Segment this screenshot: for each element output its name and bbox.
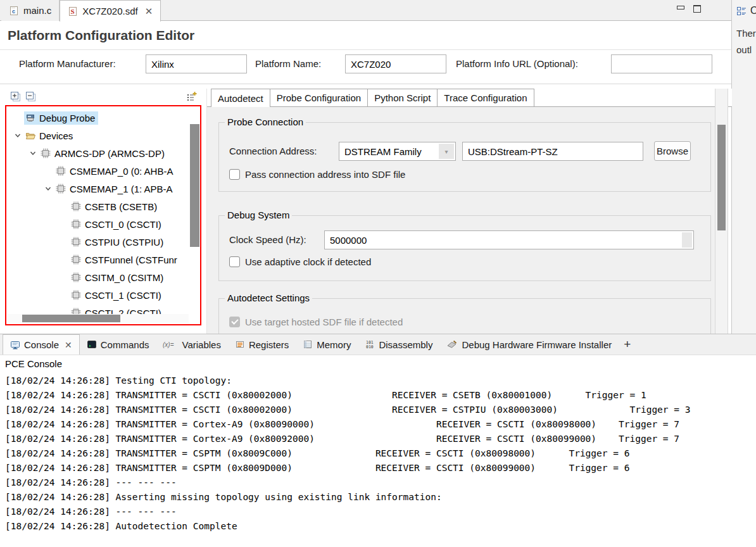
editor-tab-label: XC7Z020.sdf xyxy=(82,6,138,16)
tree-item-label: Debug Probe xyxy=(39,113,95,123)
target-hosted-sdf-checkbox-label[interactable]: Use target hosted SDF file if detected xyxy=(245,317,403,327)
outline-icon xyxy=(736,6,747,16)
view-tab-console[interactable]: Console✕ xyxy=(3,334,80,355)
tree-item-cscti-1-cscti[interactable]: CSCTI_1 (CSCTI) xyxy=(6,286,201,304)
adaptive-clock-checkbox-label[interactable]: Use adaptive clock if detected xyxy=(245,256,371,267)
chip-icon xyxy=(71,219,81,229)
clock-speed-input[interactable]: 5000000 xyxy=(324,230,694,249)
config-tab-probe-configuration[interactable]: Probe Configuration xyxy=(270,89,368,107)
chip-icon xyxy=(71,290,81,300)
config-tab-label: Trace Configuration xyxy=(444,92,527,103)
tree-item-armcs-dp-armcs-dp[interactable]: ARMCS-DP (ARMCS-DP) xyxy=(6,144,201,162)
config-vertical-scrollbar[interactable] xyxy=(717,125,726,230)
browse-button[interactable]: Browse xyxy=(654,141,691,161)
add-item-icon[interactable] xyxy=(186,91,198,103)
terminal-icon xyxy=(87,339,97,349)
tree-item-label: Devices xyxy=(39,130,73,141)
adaptive-clock-checkbox[interactable] xyxy=(229,256,240,267)
autodetect-tab-content: Probe Connection Connection Address: DST… xyxy=(207,107,715,334)
console-line: [18/02/24 14:26:28] Autodetection Comple… xyxy=(5,519,756,534)
outline-title: O xyxy=(750,5,756,16)
platform-manufacturer-input[interactable] xyxy=(146,54,247,73)
disassembly-icon: 101010 xyxy=(365,339,375,349)
collapse-all-icon[interactable] xyxy=(25,91,37,103)
view-tab-debug-hardware-firmware-installer[interactable]: Debug Hardware Firmware Installer xyxy=(439,334,619,355)
tree-item-csitm-0-csitm[interactable]: CSITM_0 (CSITM) xyxy=(6,268,201,286)
tree-horizontal-scrollbar[interactable] xyxy=(22,315,120,322)
chevron-down-icon xyxy=(682,232,692,248)
view-tab-label: Memory xyxy=(317,339,351,350)
svg-text:S: S xyxy=(71,8,75,15)
target-hosted-sdf-checkbox[interactable] xyxy=(229,317,240,327)
view-tab-memory[interactable]: Memory xyxy=(296,334,358,355)
console-view-title: PCE Console xyxy=(5,358,62,369)
config-tab-trace-configuration[interactable]: Trace Configuration xyxy=(438,89,534,107)
tree-item-csmemap-1-1-apb-a[interactable]: CSMEMAP_1 (1: APB-A xyxy=(6,180,201,198)
probe-connection-legend: Probe Connection xyxy=(225,116,306,127)
platform-manufacturer-label: Platform Manufacturer: xyxy=(19,54,116,73)
new-console-button[interactable]: + xyxy=(619,334,636,355)
editor-tab-xc7z020-sdf[interactable]: SXC7Z020.sdf✕ xyxy=(60,0,161,22)
connection-family-dropdown[interactable]: DSTREAM Family ▾ xyxy=(339,142,456,161)
tree-item-debug-probe[interactable]: Debug Probe xyxy=(6,109,201,127)
console-line: [18/02/24 14:26:28] --- --- --- xyxy=(5,505,756,519)
tree-item-cscti-0-cscti[interactable]: CSCTI_0 (CSCTI) xyxy=(6,215,201,233)
editor-tab-bar: cmain.cSXC7Z020.sdf✕ xyxy=(0,0,731,21)
view-tab-label: Disassembly xyxy=(379,339,432,350)
console-line: [18/02/24 14:26:28] --- --- --- xyxy=(5,475,756,490)
tree-item-cstpiu-cstpiu[interactable]: CSTPIU (CSTPIU) xyxy=(6,233,201,251)
close-icon[interactable]: ✕ xyxy=(65,340,72,350)
minimize-icon[interactable] xyxy=(677,5,684,9)
close-icon[interactable]: ✕ xyxy=(145,6,153,17)
svg-text:(x)=: (x)= xyxy=(163,341,174,348)
tree-item-label: CSMEMAP_0 (0: AHB-A xyxy=(70,166,173,177)
tree-vertical-scrollbar[interactable] xyxy=(190,124,199,247)
clock-speed-label: Clock Speed (Hz): xyxy=(229,230,306,249)
clock-speed-value: 5000000 xyxy=(325,235,681,246)
page-title: Platform Configuration Editor xyxy=(8,28,194,43)
debug-system-group: Debug System Clock Speed (Hz): 5000000 U… xyxy=(218,215,711,281)
editor-tab-main-c[interactable]: cmain.c xyxy=(1,0,60,21)
chevron-down-icon[interactable] xyxy=(11,132,24,139)
pass-address-checkbox[interactable] xyxy=(229,169,240,180)
console-line: [18/02/24 14:26:28] TRANSMITTER = CSCTI … xyxy=(5,388,756,403)
connection-address-input[interactable] xyxy=(462,142,643,161)
svg-text:c: c xyxy=(12,8,15,15)
sdf-file-icon: S xyxy=(68,6,78,16)
view-tab-commands[interactable]: Commands xyxy=(80,334,156,355)
autodetect-settings-legend: Autodetect Settings xyxy=(225,292,312,303)
view-tab-label: Variables xyxy=(182,339,220,350)
console-output: [18/02/24 14:26:28] Testing CTI topology… xyxy=(5,374,756,534)
chip-icon xyxy=(71,201,81,211)
view-tab-disassembly[interactable]: 101010Disassembly xyxy=(358,334,439,355)
view-tab-registers[interactable]: Registers xyxy=(228,334,296,355)
config-tab-autodetect[interactable]: Autodetect xyxy=(211,89,270,108)
view-tab-label: Registers xyxy=(249,339,289,350)
editor-tab-label: main.c xyxy=(23,5,51,16)
view-tab-variables[interactable]: (x)=Variables xyxy=(156,334,227,355)
config-tab-python-script[interactable]: Python Script xyxy=(368,89,438,107)
tree-item-csmemap-0-0-ahb-a[interactable]: CSMEMAP_0 (0: AHB-A xyxy=(6,162,201,180)
chevron-down-icon[interactable] xyxy=(42,185,54,192)
pass-address-checkbox-label[interactable]: Pass connection address into SDF file xyxy=(245,169,405,180)
console-line: [18/02/24 14:26:28] Asserting missing to… xyxy=(5,490,756,505)
chip-icon xyxy=(71,272,81,282)
tree-item-label: CSCTI_1 (CSCTI) xyxy=(85,290,161,301)
config-vertical-scrollbar-track xyxy=(715,89,728,334)
maximize-icon[interactable] xyxy=(693,5,701,13)
autodetect-settings-group: Autodetect Settings Use target hosted SD… xyxy=(218,298,711,334)
tree-item-csetb-csetb[interactable]: CSETB (CSETB) xyxy=(6,198,201,215)
probe-icon xyxy=(25,113,35,123)
view-tab-label: Console xyxy=(24,339,59,350)
platform-info-url-input[interactable] xyxy=(611,54,712,73)
tree-item-label: CSITM_0 (CSITM) xyxy=(85,272,163,283)
expand-all-icon[interactable] xyxy=(10,91,22,103)
chevron-down-icon[interactable] xyxy=(27,149,39,157)
platform-name-input[interactable] xyxy=(345,54,446,73)
tree-item-cstfunnel-cstfunr[interactable]: CSTFunnel (CSTFunr xyxy=(6,251,201,268)
tree-item-label: CSCTI_0 (CSCTI) xyxy=(85,219,161,230)
header-divider xyxy=(0,49,731,50)
tree-item-label: CSTFunnel (CSTFunr xyxy=(85,255,177,265)
tree-item-devices[interactable]: Devices xyxy=(6,127,201,144)
tree-item-label: ARMCS-DP (ARMCS-DP) xyxy=(54,148,165,159)
